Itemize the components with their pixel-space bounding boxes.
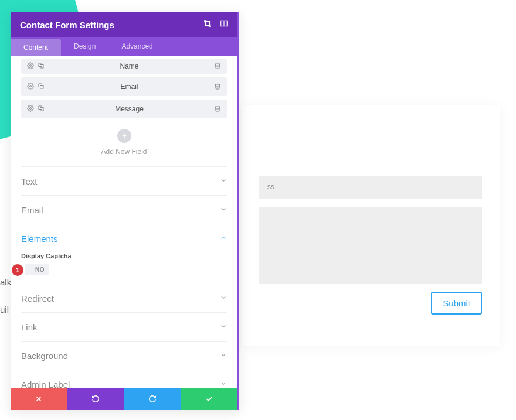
- tab-content[interactable]: Content: [11, 39, 61, 56]
- gear-icon[interactable]: [27, 105, 34, 114]
- trash-icon[interactable]: [214, 83, 221, 91]
- section-elements[interactable]: Elements: [21, 224, 227, 252]
- background-text: uil: [0, 305, 9, 315]
- captcha-toggle[interactable]: NO: [25, 264, 49, 275]
- modal-header[interactable]: Contact Form Settings: [11, 12, 237, 37]
- preview-email-field[interactable]: ss: [259, 176, 482, 199]
- section-title: Email: [21, 205, 43, 215]
- annotation-badge: 1: [12, 264, 23, 276]
- modal-body: Name Email Message: [11, 56, 237, 388]
- add-field-label: Add New Field: [21, 148, 227, 156]
- background-text: alk: [0, 277, 11, 287]
- chevron-down-icon: [220, 379, 227, 388]
- section-title: Text: [21, 176, 38, 186]
- cancel-button[interactable]: [11, 388, 67, 410]
- snap-icon[interactable]: [220, 19, 228, 30]
- undo-button[interactable]: [67, 388, 124, 410]
- section-title: Admin Label: [21, 380, 70, 388]
- tab-advanced[interactable]: Advanced: [108, 37, 165, 56]
- add-field-area: Add New Field: [21, 122, 227, 166]
- duplicate-icon[interactable]: [38, 62, 45, 71]
- add-field-button[interactable]: [117, 129, 131, 143]
- save-button[interactable]: [181, 388, 237, 410]
- chevron-down-icon: [220, 293, 227, 303]
- field-row-name[interactable]: Name: [21, 59, 227, 74]
- section-link[interactable]: Link: [21, 312, 227, 341]
- preview-spacer: [259, 123, 482, 176]
- chevron-down-icon: [220, 322, 227, 332]
- redo-button[interactable]: [124, 388, 181, 410]
- field-label: Message: [45, 105, 214, 113]
- elements-section-content: Display Captcha 1 NO: [21, 252, 227, 284]
- svg-point-9: [30, 107, 32, 109]
- display-captcha-label: Display Captcha: [21, 252, 227, 259]
- modal-footer: [11, 388, 237, 410]
- field-label: Name: [45, 62, 214, 70]
- field-row-email[interactable]: Email: [21, 77, 227, 96]
- form-preview-panel: ss Submit: [242, 105, 500, 346]
- svg-rect-0: [206, 22, 210, 26]
- section-title: Link: [21, 322, 38, 332]
- field-row-message[interactable]: Message: [21, 100, 227, 118]
- section-title: Background: [21, 351, 68, 361]
- modal-tabs: Content Design Advanced: [11, 37, 237, 56]
- section-background[interactable]: Background: [21, 341, 227, 370]
- preview-message-field[interactable]: [259, 207, 482, 284]
- submit-button[interactable]: Submit: [431, 292, 482, 315]
- svg-point-6: [30, 85, 32, 87]
- section-admin-label[interactable]: Admin Label: [21, 370, 227, 388]
- field-label: Email: [45, 83, 214, 91]
- chevron-up-icon: [220, 233, 227, 244]
- trash-icon[interactable]: [214, 105, 221, 114]
- gear-icon[interactable]: [27, 83, 34, 91]
- expand-icon[interactable]: [203, 19, 212, 30]
- tab-design[interactable]: Design: [61, 37, 108, 56]
- section-title: Redirect: [21, 293, 54, 303]
- svg-point-3: [30, 64, 32, 66]
- section-redirect[interactable]: Redirect: [21, 284, 227, 312]
- duplicate-icon[interactable]: [38, 105, 45, 114]
- chevron-down-icon: [220, 176, 227, 186]
- chevron-down-icon: [220, 350, 227, 361]
- section-email[interactable]: Email: [21, 195, 227, 224]
- trash-icon[interactable]: [214, 63, 221, 71]
- gear-icon[interactable]: [27, 62, 34, 71]
- section-title: Elements: [21, 234, 58, 244]
- duplicate-icon[interactable]: [38, 83, 45, 91]
- settings-modal: Contact Form Settings Content Design Adv…: [11, 12, 239, 410]
- modal-title: Contact Form Settings: [20, 20, 114, 30]
- section-text[interactable]: Text: [21, 166, 227, 195]
- chevron-down-icon: [220, 204, 227, 215]
